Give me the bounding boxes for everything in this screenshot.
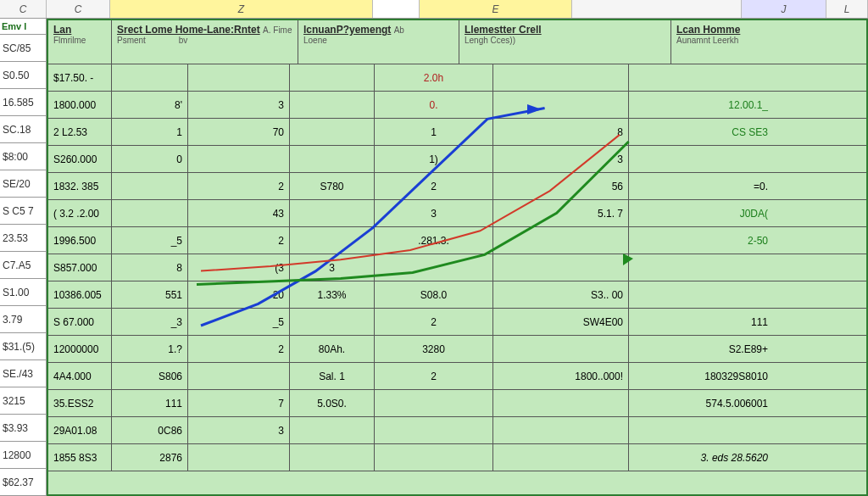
cell[interactable]: 43 [188, 200, 290, 226]
cell[interactable]: 7 [188, 390, 290, 416]
cell[interactable] [629, 254, 773, 281]
cell[interactable] [629, 146, 773, 172]
row-label[interactable]: 16.585 [0, 89, 46, 116]
cell[interactable]: S806 [112, 363, 188, 389]
cell[interactable]: S260.000 [48, 146, 112, 172]
cell[interactable]: 111 [629, 309, 773, 335]
row-label[interactable]: SE/20 [0, 170, 46, 198]
cell[interactable]: 0. [375, 92, 493, 118]
cell[interactable]: 1855 8S3 [48, 444, 112, 471]
cell[interactable] [375, 444, 493, 471]
cell[interactable]: 56 [493, 173, 629, 199]
cell[interactable] [188, 444, 290, 471]
cell[interactable]: S3.. 00 [493, 281, 629, 308]
cell[interactable] [493, 417, 629, 443]
cell[interactable]: _5 [112, 227, 188, 254]
cell[interactable]: 2 L2.53 [48, 119, 112, 145]
cell[interactable]: 70 [188, 119, 290, 145]
cell[interactable]: (3 [188, 254, 290, 281]
cell[interactable] [290, 64, 375, 91]
cell[interactable]: 3280 [375, 336, 493, 362]
cell[interactable] [629, 417, 773, 443]
cell[interactable]: 80Ah. [290, 336, 375, 362]
col-letter[interactable]: J [742, 0, 826, 18]
cell[interactable]: =0. [629, 173, 773, 199]
table-row[interactable]: 1855 8S328763. eds 28.5620 [48, 444, 866, 471]
cell[interactable]: 180329S8010 [629, 363, 773, 389]
cell[interactable]: J0DA( [629, 200, 773, 226]
cell[interactable]: 2.0h [375, 64, 493, 91]
cell[interactable]: 2 [188, 173, 290, 199]
cell[interactable] [290, 119, 375, 145]
cell[interactable] [493, 336, 629, 362]
cell[interactable] [493, 92, 629, 118]
cell[interactable] [188, 64, 290, 91]
cell[interactable] [629, 64, 773, 91]
table-row[interactable]: 120000001.?280Ah.3280S2.E89+ [48, 336, 866, 363]
row-label[interactable]: SC/85 [0, 35, 46, 62]
cell[interactable]: 111 [112, 390, 188, 416]
cell[interactable]: _3 [112, 309, 188, 335]
cell[interactable] [493, 254, 629, 281]
cell[interactable]: 574.5.006001 [629, 390, 773, 416]
cell[interactable] [112, 200, 188, 226]
col-letter[interactable]: L [826, 0, 868, 18]
cell[interactable]: S 67.000 [48, 309, 112, 335]
row-label[interactable]: $8:00 [0, 143, 46, 170]
table-row[interactable]: S857.0008(33 [48, 254, 866, 281]
cell[interactable]: 1 [112, 119, 188, 145]
row-label[interactable]: C7.A5 [0, 252, 46, 279]
cell[interactable]: 12.00.1_ [629, 92, 773, 118]
cell[interactable]: 1800.000 [48, 92, 112, 118]
row-label[interactable]: 12800 [0, 442, 46, 469]
cell[interactable] [493, 64, 629, 91]
cell[interactable]: SW4E00 [493, 309, 629, 335]
cell[interactable]: 1.33% [290, 281, 375, 308]
cell[interactable]: 3 [290, 254, 375, 281]
cell[interactable] [188, 363, 290, 389]
cell[interactable]: Sal. 1 [290, 363, 375, 389]
cell[interactable]: 1800..000! [493, 363, 629, 389]
cell[interactable] [290, 417, 375, 443]
cell[interactable]: 3. eds 28.5620 [629, 444, 773, 471]
table-row[interactable]: 1996.500_52.281.3.2-50 [48, 227, 866, 254]
col-letter[interactable]: Z [110, 0, 373, 18]
cell[interactable]: .281.3. [375, 227, 493, 254]
cell[interactable]: 3 [188, 417, 290, 443]
cell[interactable]: 2 [375, 309, 493, 335]
row-label[interactable]: S0.50 [0, 62, 46, 89]
cell[interactable]: 3 [375, 200, 493, 226]
cell[interactable] [629, 281, 773, 308]
cell[interactable] [375, 254, 493, 281]
cell[interactable] [290, 146, 375, 172]
cell[interactable]: 551 [112, 281, 188, 308]
cell[interactable] [188, 146, 290, 172]
cell[interactable]: 2 [188, 336, 290, 362]
cell[interactable]: 29A01.08 [48, 417, 112, 443]
row-label[interactable]: $62.37 [0, 469, 46, 496]
table-row[interactable]: 1832. 3852S780256=0. [48, 173, 866, 200]
col-letter[interactable] [572, 0, 742, 18]
col-letter[interactable]: C [0, 0, 47, 18]
cell[interactable]: 5.1. 7 [493, 200, 629, 226]
cell[interactable]: 2 [188, 227, 290, 254]
cell[interactable]: S780 [290, 173, 375, 199]
table-row[interactable]: 4A4.000S806Sal. 121800..000!180329S8010 [48, 363, 866, 390]
cell[interactable]: 1.? [112, 336, 188, 362]
row-label[interactable]: SC.18 [0, 116, 46, 143]
row-label[interactable]: S1.00 [0, 279, 46, 306]
table-row[interactable]: 29A01.080C863 [48, 417, 866, 444]
cell[interactable]: 3 [188, 92, 290, 118]
cell[interactable]: 2 [375, 363, 493, 389]
row-label[interactable]: $31.(5) [0, 333, 46, 360]
cell[interactable]: ( 3.2 .2.00 [48, 200, 112, 226]
cell[interactable]: _5 [188, 309, 290, 335]
cell[interactable]: 8 [493, 119, 629, 145]
cell[interactable] [375, 390, 493, 416]
table-row[interactable]: ( 3.2 .2.004335.1. 7J0DA( [48, 200, 866, 227]
cell[interactable]: 8' [112, 92, 188, 118]
cell[interactable] [493, 390, 629, 416]
cell[interactable]: 20 [188, 281, 290, 308]
cell[interactable]: 35.ESS2 [48, 390, 112, 416]
cell[interactable]: 3 [493, 146, 629, 172]
